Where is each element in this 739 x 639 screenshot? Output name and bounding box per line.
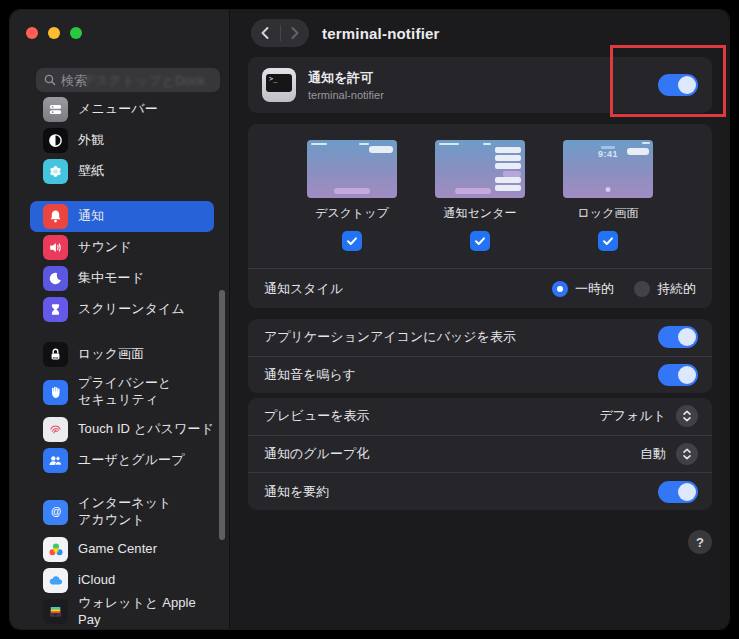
sidebar-item-label: スクリーンタイム xyxy=(78,301,185,318)
sidebar-item-focus[interactable]: 集中モード xyxy=(30,263,214,294)
chevron-left-icon xyxy=(260,26,270,40)
sidebar-item-appearance[interactable]: 外観 xyxy=(30,125,214,156)
sidebar-item-privacy-security[interactable]: プライバシーと セキュリティ xyxy=(30,370,214,414)
sidebar-item-label: ユーザとグループ xyxy=(78,452,185,469)
game-center-icon xyxy=(43,537,68,562)
notification-center-preview-thumbnail xyxy=(435,140,525,198)
traffic-lights xyxy=(26,27,82,39)
sidebar-item-icloud[interactable]: iCloud xyxy=(30,565,214,596)
grouping-select[interactable] xyxy=(676,443,698,465)
grouping-label: 通知のグループ化 xyxy=(264,445,369,463)
show-previews-label: プレビューを表示 xyxy=(264,407,370,425)
sidebar-item-notifications[interactable]: 通知 xyxy=(30,201,214,232)
wallet-icon xyxy=(43,599,68,624)
zoom-button[interactable] xyxy=(70,27,82,39)
badge-toggle[interactable] xyxy=(658,326,698,348)
desktop-preview-thumbnail xyxy=(307,140,397,198)
sidebar-item-label: 集中モード xyxy=(78,270,144,287)
radio-temporary-label: 一時的 xyxy=(575,280,614,298)
sidebar-item-label: 外観 xyxy=(78,132,104,149)
sidebar-item-label: メニューバー xyxy=(78,101,158,118)
sidebar-item-label: 壁紙 xyxy=(78,163,104,180)
lock-screen-preview-column: 9:41 ロック画面 xyxy=(563,140,653,251)
show-previews-row: プレビューを表示 デフォルト xyxy=(248,398,712,435)
check-icon xyxy=(602,235,614,247)
close-button[interactable] xyxy=(26,27,38,39)
chevron-up-down-icon xyxy=(682,448,692,460)
radio-persistent[interactable] xyxy=(634,281,650,297)
search-field[interactable] xyxy=(36,68,220,92)
allow-notifications-toggle[interactable] xyxy=(658,74,698,96)
terminal-app-icon: >_ xyxy=(262,68,296,102)
alert-style-card: デスクトップ xyxy=(248,124,712,308)
lock-icon xyxy=(43,342,68,367)
svg-text:@: @ xyxy=(50,505,60,517)
cloud-icon xyxy=(43,568,68,593)
sidebar-item-menu-bar[interactable]: メニューバー xyxy=(30,94,214,125)
bell-icon xyxy=(43,204,68,229)
sidebar: デスクトップとDock メニューバー 外観 xyxy=(10,10,230,629)
desktop-preview-column: デスクトップ xyxy=(307,140,397,251)
sidebar-item-sound[interactable]: サウンド xyxy=(30,232,214,263)
allow-notifications-card: >_ 通知を許可 terminal-notifier xyxy=(248,57,712,113)
radio-temporary[interactable] xyxy=(552,281,568,297)
notification-style-label: 通知スタイル xyxy=(264,280,343,298)
sidebar-item-users-groups[interactable]: ユーザとグループ xyxy=(30,445,214,476)
show-previews-select[interactable] xyxy=(676,405,698,427)
main-pane: terminal-notifier >_ 通知を許可 terminal-noti… xyxy=(230,10,729,629)
show-previews-value: デフォルト xyxy=(599,407,666,425)
summary-label: 通知を要約 xyxy=(264,483,329,501)
terminal-prompt: >_ xyxy=(266,74,292,92)
badge-row: アプリケーションアイコンにバッジを表示 xyxy=(248,319,712,356)
options-card: プレビューを表示 デフォルト 通知のグループ化 自動 通知を要約 xyxy=(248,398,712,510)
lock-screen-checkbox[interactable] xyxy=(598,231,618,251)
sound-toggle[interactable] xyxy=(658,364,698,386)
moon-icon xyxy=(43,266,68,291)
sidebar-item-wallpaper[interactable]: 壁紙 xyxy=(30,156,214,187)
summary-row: 通知を要約 xyxy=(248,472,712,510)
back-button[interactable] xyxy=(251,19,280,47)
search-icon xyxy=(44,74,56,86)
sidebar-item-label: サウンド xyxy=(78,239,132,256)
badge-label: アプリケーションアイコンにバッジを表示 xyxy=(264,328,516,346)
sidebar-nav: メニューバー 外観 壁紙 通知 xyxy=(10,94,229,627)
users-icon xyxy=(43,448,68,473)
nav-buttons xyxy=(251,19,309,47)
notification-center-checkbox[interactable] xyxy=(470,231,490,251)
sidebar-item-label: 通知 xyxy=(78,208,104,225)
menubar-icon xyxy=(43,97,68,122)
sidebar-item-screen-time[interactable]: スクリーンタイム xyxy=(30,294,214,325)
app-name-label: terminal-notifier xyxy=(308,89,384,101)
fingerprint-icon xyxy=(43,417,68,442)
at-sign-icon: @ xyxy=(43,500,68,525)
desktop-checkbox[interactable] xyxy=(342,231,362,251)
sidebar-scrollbar[interactable] xyxy=(219,290,225,540)
sidebar-item-label: インターネット アカウント xyxy=(78,495,172,529)
sidebar-item-internet-accounts[interactable]: @ インターネット アカウント xyxy=(30,490,214,534)
sidebar-item-label: iCloud xyxy=(78,572,115,589)
sidebar-item-game-center[interactable]: Game Center xyxy=(30,534,214,565)
forward-button[interactable] xyxy=(281,19,310,47)
notification-center-preview-column: 通知センター xyxy=(435,140,525,251)
notification-style-row: 通知スタイル 一時的 持続的 xyxy=(248,268,712,308)
allow-notifications-label: 通知を許可 xyxy=(308,69,384,87)
style-option-persistent[interactable]: 持続的 xyxy=(634,280,696,298)
check-icon xyxy=(474,235,486,247)
sound-label: 通知音を鳴らす xyxy=(264,366,356,384)
system-settings-window: デスクトップとDock メニューバー 外観 xyxy=(10,10,729,629)
sidebar-item-wallet[interactable]: ウォレットと Apple Pay xyxy=(30,596,214,627)
minimize-button[interactable] xyxy=(48,27,60,39)
sidebar-item-touch-id[interactable]: Touch ID とパスワード xyxy=(30,414,214,445)
notification-center-label: 通知センター xyxy=(444,205,517,222)
sound-row: 通知音を鳴らす xyxy=(248,356,712,394)
search-input[interactable] xyxy=(61,73,212,88)
summary-toggle[interactable] xyxy=(658,481,698,503)
sidebar-item-label: Touch ID とパスワード xyxy=(78,421,214,438)
grouping-value: 自動 xyxy=(640,445,666,463)
help-button[interactable]: ? xyxy=(688,530,712,554)
page-title: terminal-notifier xyxy=(322,25,440,42)
style-option-temporary[interactable]: 一時的 xyxy=(552,280,614,298)
sidebar-item-lock-screen[interactable]: ロック画面 xyxy=(30,339,214,370)
sidebar-item-label: プライバシーと セキュリティ xyxy=(78,375,172,409)
grouping-row: 通知のグループ化 自動 xyxy=(248,435,712,473)
